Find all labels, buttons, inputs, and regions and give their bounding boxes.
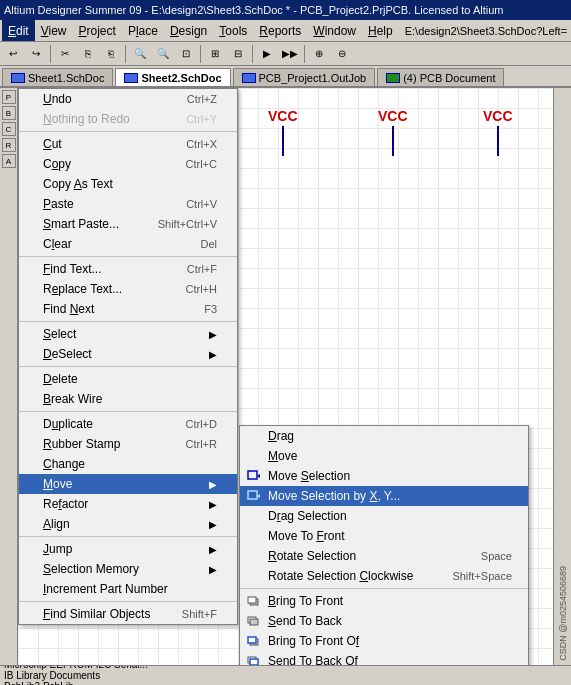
menu-item-increment-part[interactable]: Increment Part Number bbox=[19, 579, 237, 599]
menu-help[interactable]: Help bbox=[362, 20, 399, 41]
menu-item-select[interactable]: Select ▶ bbox=[19, 324, 237, 344]
menu-item-find-next-shortcut: F3 bbox=[204, 303, 217, 315]
menu-item-rubber-stamp[interactable]: Rubber Stamp Ctrl+R bbox=[19, 434, 237, 454]
submenu-rotate-selection[interactable]: Rotate Selection Space bbox=[240, 546, 528, 566]
toolbar-extra1[interactable]: ⊕ bbox=[308, 44, 330, 64]
submenu-drag-selection[interactable]: Drag Selection bbox=[240, 506, 528, 526]
submenu-bring-to-front[interactable]: Bring To Front bbox=[240, 591, 528, 611]
toolbar-copy[interactable]: ⎘ bbox=[77, 44, 99, 64]
deselect-arrow-icon: ▶ bbox=[209, 349, 217, 360]
menu-item-copy[interactable]: Copy Ctrl+C bbox=[19, 154, 237, 174]
menu-project[interactable]: Project bbox=[73, 20, 122, 41]
sidebar-btn-5[interactable]: A bbox=[2, 154, 16, 168]
menu-design[interactable]: Design bbox=[164, 20, 213, 41]
submenu-move[interactable]: Move bbox=[240, 446, 528, 466]
toolbar-fit[interactable]: ⊡ bbox=[175, 44, 197, 64]
menu-view[interactable]: View bbox=[35, 20, 73, 41]
menu-place[interactable]: Place bbox=[122, 20, 164, 41]
tab-pcb-label: (4) PCB Document bbox=[403, 72, 495, 84]
submenu-send-to-back[interactable]: Send To Back bbox=[240, 611, 528, 631]
menu-item-find-next[interactable]: Find Next F3 bbox=[19, 299, 237, 319]
menu-item-find-similar[interactable]: Find Similar Objects Shift+F bbox=[19, 604, 237, 624]
ctx-sep-6 bbox=[19, 536, 237, 537]
menu-item-smart-paste[interactable]: Smart Paste... Shift+Ctrl+V bbox=[19, 214, 237, 234]
menu-reports[interactable]: Reports bbox=[253, 20, 307, 41]
toolbar-cut[interactable]: ✂ bbox=[54, 44, 76, 64]
menu-edit[interactable]: Edit bbox=[2, 20, 35, 41]
menu-reports-label: Reports bbox=[259, 24, 301, 38]
menu-item-jump-label: Jump bbox=[43, 542, 72, 556]
submenu-bring-to-front-of-label: Bring To Front Of bbox=[268, 634, 359, 648]
menu-item-paste[interactable]: Paste Ctrl+V bbox=[19, 194, 237, 214]
tab-sheet1[interactable]: Sheet1.SchDoc bbox=[2, 68, 113, 86]
menu-window[interactable]: Window bbox=[307, 20, 362, 41]
menu-item-break-wire[interactable]: Break Wire bbox=[19, 389, 237, 409]
submenu-send-to-back-of-label: Send To Back Of bbox=[268, 654, 358, 665]
toolbar-zoom-in[interactable]: 🔍 bbox=[129, 44, 151, 64]
sidebar-btn-1[interactable]: P bbox=[2, 90, 16, 104]
toolbar-sep-1 bbox=[50, 45, 51, 63]
toolbar-grid[interactable]: ⊞ bbox=[204, 44, 226, 64]
menu-item-delete[interactable]: Delete bbox=[19, 369, 237, 389]
menu-item-find-next-label: Find Next bbox=[43, 302, 94, 316]
menu-item-selection-memory[interactable]: Selection Memory ▶ bbox=[19, 559, 237, 579]
submenu-move-selection-label: Move Selection bbox=[268, 469, 350, 483]
svg-rect-9 bbox=[248, 637, 256, 643]
menu-item-find-text[interactable]: Find Text... Ctrl+F bbox=[19, 259, 237, 279]
tab-sheet2-label: Sheet2.SchDoc bbox=[141, 72, 221, 84]
menu-item-deselect[interactable]: DeSelect ▶ bbox=[19, 344, 237, 364]
submenu-move-to-front[interactable]: Move To Front bbox=[240, 526, 528, 546]
toolbar-zoom-out[interactable]: 🔍 bbox=[152, 44, 174, 64]
submenu-send-to-back-of[interactable]: Send To Back Of bbox=[240, 651, 528, 665]
submenu-bring-to-front-of[interactable]: Bring To Front Of bbox=[240, 631, 528, 651]
tab-sheet1-label: Sheet1.SchDoc bbox=[28, 72, 104, 84]
toolbar-run[interactable]: ▶▶ bbox=[279, 44, 301, 64]
submenu-drag-label: Drag bbox=[268, 429, 294, 443]
menu-item-duplicate[interactable]: Duplicate Ctrl+D bbox=[19, 414, 237, 434]
menu-design-label: Design bbox=[170, 24, 207, 38]
submenu-rotate-clockwise[interactable]: Rotate Selection Clockwise Shift+Space bbox=[240, 566, 528, 586]
toolbar-paste[interactable]: ⎗ bbox=[100, 44, 122, 64]
vcc-line-2 bbox=[392, 126, 394, 156]
tab-outjob[interactable]: PCB_Project1.OutJob bbox=[233, 68, 376, 86]
menu-item-replace-text[interactable]: Replace Text... Ctrl+H bbox=[19, 279, 237, 299]
menu-item-clear[interactable]: Clear Del bbox=[19, 234, 237, 254]
menu-window-label: Window bbox=[313, 24, 356, 38]
menu-item-align[interactable]: Align ▶ bbox=[19, 514, 237, 534]
submenu-rotate-selection-shortcut: Space bbox=[481, 550, 512, 562]
menu-item-select-label: Select bbox=[43, 327, 76, 341]
menu-item-undo[interactable]: Undo Ctrl+Z bbox=[19, 89, 237, 109]
right-panel: CSDN @m0254506689 bbox=[553, 88, 571, 665]
toolbar-snap[interactable]: ⊟ bbox=[227, 44, 249, 64]
toolbar-redo[interactable]: ↪ bbox=[25, 44, 47, 64]
sidebar-btn-3[interactable]: C bbox=[2, 122, 16, 136]
menu-item-undo-shortcut: Ctrl+Z bbox=[187, 93, 217, 105]
align-arrow-icon: ▶ bbox=[209, 519, 217, 530]
submenu-drag-selection-label: Drag Selection bbox=[268, 509, 347, 523]
tab-pcb[interactable]: (4) PCB Document bbox=[377, 68, 504, 86]
submenu-move-selection-xy-label: Move Selection by X, Y... bbox=[268, 489, 400, 503]
menu-item-nothing-to-redo[interactable]: Nothing to Redo Ctrl+Y bbox=[19, 109, 237, 129]
menu-item-cut[interactable]: Cut Ctrl+X bbox=[19, 134, 237, 154]
menu-item-paste-label: Paste bbox=[43, 197, 74, 211]
submenu-move-selection-xy[interactable]: Move Selection by X, Y... bbox=[240, 486, 528, 506]
toolbar-extra2[interactable]: ⊖ bbox=[331, 44, 353, 64]
submenu-send-to-back-label: Send To Back bbox=[268, 614, 342, 628]
submenu-move-selection[interactable]: Move Selection bbox=[240, 466, 528, 486]
menu-item-move[interactable]: Move ▶ bbox=[19, 474, 237, 494]
tab-sheet2[interactable]: Sheet2.SchDoc bbox=[115, 68, 230, 86]
toolbar-undo[interactable]: ↩ bbox=[2, 44, 24, 64]
sub-sep-1 bbox=[240, 588, 528, 589]
menu-tools-label: Tools bbox=[219, 24, 247, 38]
menu-item-jump[interactable]: Jump ▶ bbox=[19, 539, 237, 559]
sidebar-btn-4[interactable]: R bbox=[2, 138, 16, 152]
sidebar-btn-2[interactable]: B bbox=[2, 106, 16, 120]
menu-item-change[interactable]: Change bbox=[19, 454, 237, 474]
toolbar-compile[interactable]: ▶ bbox=[256, 44, 278, 64]
menu-item-copy-as-text[interactable]: Copy As Text bbox=[19, 174, 237, 194]
menu-item-refactor[interactable]: Refactor ▶ bbox=[19, 494, 237, 514]
status-line-3: IB Library Documents bbox=[4, 670, 567, 681]
edit-context-menu: Undo Ctrl+Z Nothing to Redo Ctrl+Y Cut C… bbox=[18, 88, 238, 625]
menu-tools[interactable]: Tools bbox=[213, 20, 253, 41]
submenu-drag[interactable]: Drag bbox=[240, 426, 528, 446]
